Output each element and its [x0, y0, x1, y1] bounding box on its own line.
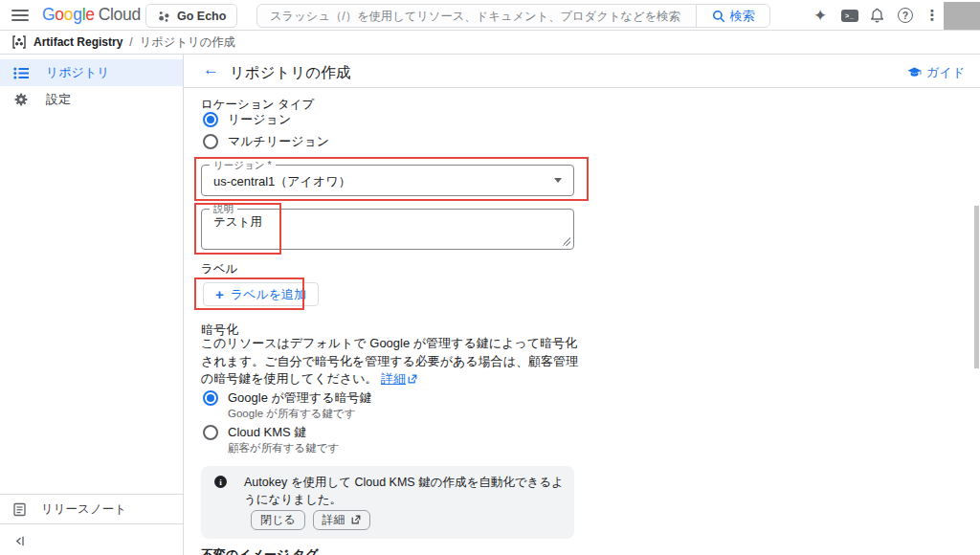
- breadcrumb-separator: /: [129, 35, 132, 49]
- encryption-details-link[interactable]: 詳細: [381, 371, 417, 386]
- cloud-shell-icon[interactable]: >_: [839, 0, 860, 31]
- description-field-value: テスト用: [213, 214, 262, 231]
- project-selector[interactable]: Go Echo: [145, 4, 237, 28]
- details-button[interactable]: 詳細: [313, 510, 370, 530]
- page-header: ← リポジトリの作成 ガイド: [184, 55, 980, 88]
- radio-cloud-kms-key[interactable]: Cloud KMS 鍵: [203, 424, 306, 441]
- gear-icon: [13, 92, 29, 107]
- autokey-info-banner: i Autokey を使用して Cloud KMS 鍵の作成を自動化できるように…: [201, 466, 574, 539]
- banner-text: Autokey を使用して Cloud KMS 鍵の作成を自動化できるようになり…: [244, 474, 565, 508]
- search-icon: [712, 10, 725, 23]
- google-managed-key-subtext: Google が所有する鍵です: [228, 407, 356, 421]
- radio-icon: [203, 390, 218, 406]
- gemini-icon[interactable]: ✦: [810, 0, 831, 31]
- project-icon: [157, 10, 170, 23]
- project-name: Go Echo: [177, 10, 226, 23]
- list-icon: [13, 67, 29, 79]
- sidebar-item-repositories[interactable]: リポジトリ: [0, 59, 183, 86]
- release-notes-icon: [12, 502, 27, 517]
- radio-google-managed-key[interactable]: Google が管理する暗号鍵: [203, 389, 371, 407]
- cloud-kms-key-subtext: 顧客が所有する鍵です: [228, 441, 339, 455]
- artifact-registry-icon: [11, 34, 27, 50]
- plus-icon: +: [215, 287, 224, 301]
- collapse-sidebar-icon[interactable]: [10, 531, 29, 550]
- radio-icon: [203, 112, 218, 127]
- notifications-icon[interactable]: [866, 0, 887, 31]
- page-title: リポジトリの作成: [230, 63, 350, 83]
- external-link-icon: [351, 514, 361, 527]
- avatar[interactable]: [944, 2, 980, 30]
- external-link-icon: [408, 371, 417, 389]
- close-button[interactable]: 閉じる: [251, 510, 305, 530]
- gcp-console: GoogleCloud Go Echo 検索 ✦ >_: [0, 0, 980, 555]
- region-select-label: リージョン *: [210, 159, 276, 172]
- radio-multi-region[interactable]: マルチリージョン: [203, 133, 329, 150]
- google-cloud-logo[interactable]: GoogleCloud: [42, 5, 141, 25]
- next-section-heading: 不変のイメージ タグ: [201, 546, 318, 555]
- search-button[interactable]: 検索: [696, 5, 769, 27]
- radio-region[interactable]: リージョン: [203, 111, 291, 128]
- add-label-button[interactable]: + ラベルを追加: [203, 282, 319, 306]
- region-select-value: us-central1（アイオワ）: [213, 173, 351, 190]
- chevron-down-icon: [554, 178, 562, 183]
- menu-icon[interactable]: [11, 10, 29, 21]
- school-icon: [907, 67, 922, 78]
- sidebar-item-release-notes[interactable]: リリースノート: [0, 494, 183, 524]
- guide-link[interactable]: ガイド: [907, 64, 965, 81]
- scrollbar[interactable]: [974, 206, 979, 368]
- sidebar-item-label: 設定: [46, 91, 71, 108]
- encryption-description: このリソースはデフォルトで Google が管理する鍵によって暗号化されます。ご…: [201, 335, 580, 389]
- region-select[interactable]: リージョン * us-central1（アイオワ）: [201, 165, 574, 196]
- search-input[interactable]: [257, 5, 696, 27]
- resize-handle[interactable]: [562, 237, 570, 246]
- breadcrumb-product[interactable]: Artifact Registry: [33, 35, 122, 49]
- top-bar: GoogleCloud Go Echo 検索 ✦ >_: [0, 0, 980, 31]
- sidebar-item-settings[interactable]: 設定: [0, 86, 183, 113]
- breadcrumb: Artifact Registry / リポジトリの作成: [0, 31, 980, 55]
- back-arrow-icon[interactable]: ←: [203, 60, 219, 79]
- help-icon[interactable]: ?: [894, 0, 917, 31]
- main-content: ← リポジトリの作成 ガイド ロケーション タイプ リージョン マルチリージョン: [184, 55, 980, 555]
- description-field[interactable]: 説明 テスト用: [201, 209, 574, 250]
- release-notes-label: リリースノート: [41, 501, 126, 518]
- info-icon: i: [214, 476, 227, 488]
- labels-heading: ラベル: [201, 261, 237, 278]
- sidebar: リポジトリ 設定: [0, 55, 184, 555]
- search-bar: 検索: [256, 4, 770, 28]
- sidebar-item-label: リポジトリ: [46, 64, 110, 81]
- more-options-icon[interactable]: ⋮: [924, 0, 940, 31]
- radio-icon: [203, 134, 218, 149]
- radio-icon: [203, 425, 218, 440]
- breadcrumb-page: リポジトリの作成: [140, 34, 235, 51]
